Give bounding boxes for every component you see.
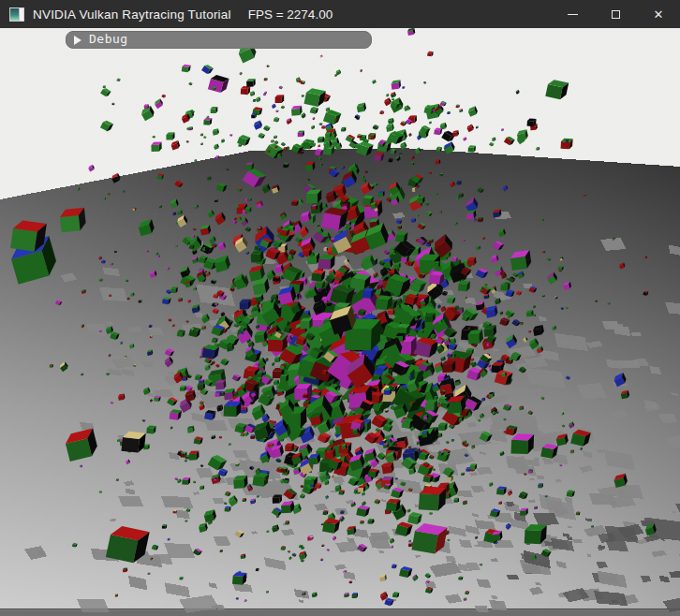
app-icon xyxy=(9,7,24,22)
close-button[interactable]: ✕ xyxy=(637,0,680,28)
debug-panel-header[interactable]: Debug xyxy=(66,31,372,49)
window-title: NVIDIA Vulkan Raytracing Tutorial xyxy=(33,7,231,22)
window-titlebar: NVIDIA Vulkan Raytracing Tutorial FPS = … xyxy=(0,0,680,28)
minimize-button[interactable] xyxy=(551,0,594,28)
close-icon: ✕ xyxy=(654,8,664,21)
app-icon-pane xyxy=(10,8,19,21)
app-window: NVIDIA Vulkan Raytracing Tutorial FPS = … xyxy=(0,0,680,616)
maximize-icon xyxy=(612,10,620,19)
scene-viewport[interactable]: Debug xyxy=(0,28,680,616)
maximize-button[interactable] xyxy=(594,0,637,28)
raytraced-scene[interactable] xyxy=(0,28,680,616)
minimize-icon xyxy=(568,14,578,15)
collapse-arrow-icon[interactable] xyxy=(74,36,81,45)
debug-panel-title: Debug xyxy=(89,32,128,46)
fps-counter: FPS = 2274.00 xyxy=(248,7,333,22)
app-icon-pane xyxy=(19,8,23,21)
